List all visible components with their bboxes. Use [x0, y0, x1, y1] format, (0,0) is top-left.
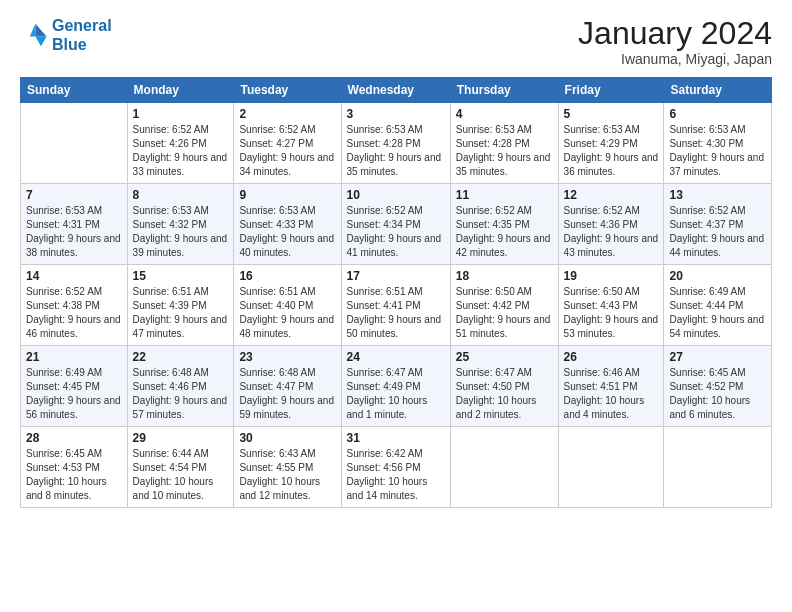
table-row: 18 Sunrise: 6:50 AMSunset: 4:42 PMDaylig… — [450, 265, 558, 346]
day-number: 27 — [669, 350, 766, 364]
day-info: Sunrise: 6:52 AMSunset: 4:26 PMDaylight:… — [133, 123, 229, 179]
calendar-header-row: Sunday Monday Tuesday Wednesday Thursday… — [21, 78, 772, 103]
month-title: January 2024 — [578, 16, 772, 51]
table-row: 28 Sunrise: 6:45 AMSunset: 4:53 PMDaylig… — [21, 427, 128, 508]
col-tuesday: Tuesday — [234, 78, 341, 103]
day-info: Sunrise: 6:50 AMSunset: 4:43 PMDaylight:… — [564, 285, 659, 341]
table-row — [450, 427, 558, 508]
day-number: 19 — [564, 269, 659, 283]
table-row: 8 Sunrise: 6:53 AMSunset: 4:32 PMDayligh… — [127, 184, 234, 265]
table-row: 16 Sunrise: 6:51 AMSunset: 4:40 PMDaylig… — [234, 265, 341, 346]
day-info: Sunrise: 6:45 AMSunset: 4:53 PMDaylight:… — [26, 447, 122, 503]
day-number: 18 — [456, 269, 553, 283]
day-info: Sunrise: 6:53 AMSunset: 4:28 PMDaylight:… — [347, 123, 445, 179]
day-number: 3 — [347, 107, 445, 121]
day-number: 26 — [564, 350, 659, 364]
day-number: 16 — [239, 269, 335, 283]
day-info: Sunrise: 6:52 AMSunset: 4:27 PMDaylight:… — [239, 123, 335, 179]
table-row: 9 Sunrise: 6:53 AMSunset: 4:33 PMDayligh… — [234, 184, 341, 265]
table-row: 24 Sunrise: 6:47 AMSunset: 4:49 PMDaylig… — [341, 346, 450, 427]
calendar-week-2: 7 Sunrise: 6:53 AMSunset: 4:31 PMDayligh… — [21, 184, 772, 265]
table-row: 1 Sunrise: 6:52 AMSunset: 4:26 PMDayligh… — [127, 103, 234, 184]
header: General Blue January 2024 Iwanuma, Miyag… — [20, 16, 772, 67]
day-number: 5 — [564, 107, 659, 121]
day-info: Sunrise: 6:52 AMSunset: 4:36 PMDaylight:… — [564, 204, 659, 260]
day-number: 9 — [239, 188, 335, 202]
day-info: Sunrise: 6:53 AMSunset: 4:31 PMDaylight:… — [26, 204, 122, 260]
day-info: Sunrise: 6:53 AMSunset: 4:30 PMDaylight:… — [669, 123, 766, 179]
table-row: 13 Sunrise: 6:52 AMSunset: 4:37 PMDaylig… — [664, 184, 772, 265]
table-row: 27 Sunrise: 6:45 AMSunset: 4:52 PMDaylig… — [664, 346, 772, 427]
day-info: Sunrise: 6:50 AMSunset: 4:42 PMDaylight:… — [456, 285, 553, 341]
table-row — [21, 103, 128, 184]
table-row: 29 Sunrise: 6:44 AMSunset: 4:54 PMDaylig… — [127, 427, 234, 508]
day-number: 13 — [669, 188, 766, 202]
table-row: 11 Sunrise: 6:52 AMSunset: 4:35 PMDaylig… — [450, 184, 558, 265]
day-info: Sunrise: 6:52 AMSunset: 4:37 PMDaylight:… — [669, 204, 766, 260]
table-row: 14 Sunrise: 6:52 AMSunset: 4:38 PMDaylig… — [21, 265, 128, 346]
table-row: 26 Sunrise: 6:46 AMSunset: 4:51 PMDaylig… — [558, 346, 664, 427]
day-info: Sunrise: 6:45 AMSunset: 4:52 PMDaylight:… — [669, 366, 766, 422]
day-number: 10 — [347, 188, 445, 202]
day-number: 22 — [133, 350, 229, 364]
day-info: Sunrise: 6:53 AMSunset: 4:33 PMDaylight:… — [239, 204, 335, 260]
table-row: 31 Sunrise: 6:42 AMSunset: 4:56 PMDaylig… — [341, 427, 450, 508]
day-info: Sunrise: 6:49 AMSunset: 4:44 PMDaylight:… — [669, 285, 766, 341]
calendar-table: Sunday Monday Tuesday Wednesday Thursday… — [20, 77, 772, 508]
day-number: 17 — [347, 269, 445, 283]
logo-line2: Blue — [52, 36, 87, 53]
svg-marker-2 — [30, 24, 36, 37]
table-row: 30 Sunrise: 6:43 AMSunset: 4:55 PMDaylig… — [234, 427, 341, 508]
title-block: January 2024 Iwanuma, Miyagi, Japan — [578, 16, 772, 67]
table-row: 6 Sunrise: 6:53 AMSunset: 4:30 PMDayligh… — [664, 103, 772, 184]
table-row: 17 Sunrise: 6:51 AMSunset: 4:41 PMDaylig… — [341, 265, 450, 346]
day-number: 1 — [133, 107, 229, 121]
svg-marker-0 — [35, 24, 46, 37]
table-row: 21 Sunrise: 6:49 AMSunset: 4:45 PMDaylig… — [21, 346, 128, 427]
table-row — [664, 427, 772, 508]
svg-marker-1 — [35, 37, 46, 47]
day-number: 12 — [564, 188, 659, 202]
col-sunday: Sunday — [21, 78, 128, 103]
day-info: Sunrise: 6:51 AMSunset: 4:39 PMDaylight:… — [133, 285, 229, 341]
calendar-week-4: 21 Sunrise: 6:49 AMSunset: 4:45 PMDaylig… — [21, 346, 772, 427]
calendar-week-3: 14 Sunrise: 6:52 AMSunset: 4:38 PMDaylig… — [21, 265, 772, 346]
table-row: 20 Sunrise: 6:49 AMSunset: 4:44 PMDaylig… — [664, 265, 772, 346]
table-row: 22 Sunrise: 6:48 AMSunset: 4:46 PMDaylig… — [127, 346, 234, 427]
day-info: Sunrise: 6:43 AMSunset: 4:55 PMDaylight:… — [239, 447, 335, 503]
day-number: 4 — [456, 107, 553, 121]
col-saturday: Saturday — [664, 78, 772, 103]
calendar-week-1: 1 Sunrise: 6:52 AMSunset: 4:26 PMDayligh… — [21, 103, 772, 184]
logo: General Blue — [20, 16, 112, 54]
table-row: 25 Sunrise: 6:47 AMSunset: 4:50 PMDaylig… — [450, 346, 558, 427]
day-info: Sunrise: 6:47 AMSunset: 4:49 PMDaylight:… — [347, 366, 445, 422]
day-number: 11 — [456, 188, 553, 202]
table-row: 23 Sunrise: 6:48 AMSunset: 4:47 PMDaylig… — [234, 346, 341, 427]
day-info: Sunrise: 6:48 AMSunset: 4:47 PMDaylight:… — [239, 366, 335, 422]
day-number: 21 — [26, 350, 122, 364]
day-info: Sunrise: 6:52 AMSunset: 4:34 PMDaylight:… — [347, 204, 445, 260]
day-number: 28 — [26, 431, 122, 445]
col-wednesday: Wednesday — [341, 78, 450, 103]
day-number: 15 — [133, 269, 229, 283]
table-row: 12 Sunrise: 6:52 AMSunset: 4:36 PMDaylig… — [558, 184, 664, 265]
day-number: 24 — [347, 350, 445, 364]
day-info: Sunrise: 6:47 AMSunset: 4:50 PMDaylight:… — [456, 366, 553, 422]
day-number: 7 — [26, 188, 122, 202]
day-info: Sunrise: 6:51 AMSunset: 4:40 PMDaylight:… — [239, 285, 335, 341]
page: General Blue January 2024 Iwanuma, Miyag… — [0, 0, 792, 612]
logo-text: General Blue — [52, 16, 112, 54]
table-row: 4 Sunrise: 6:53 AMSunset: 4:28 PMDayligh… — [450, 103, 558, 184]
day-info: Sunrise: 6:49 AMSunset: 4:45 PMDaylight:… — [26, 366, 122, 422]
day-info: Sunrise: 6:51 AMSunset: 4:41 PMDaylight:… — [347, 285, 445, 341]
location: Iwanuma, Miyagi, Japan — [578, 51, 772, 67]
day-number: 14 — [26, 269, 122, 283]
table-row: 19 Sunrise: 6:50 AMSunset: 4:43 PMDaylig… — [558, 265, 664, 346]
day-number: 6 — [669, 107, 766, 121]
day-number: 29 — [133, 431, 229, 445]
day-number: 8 — [133, 188, 229, 202]
table-row: 3 Sunrise: 6:53 AMSunset: 4:28 PMDayligh… — [341, 103, 450, 184]
day-number: 31 — [347, 431, 445, 445]
day-info: Sunrise: 6:53 AMSunset: 4:28 PMDaylight:… — [456, 123, 553, 179]
day-number: 25 — [456, 350, 553, 364]
